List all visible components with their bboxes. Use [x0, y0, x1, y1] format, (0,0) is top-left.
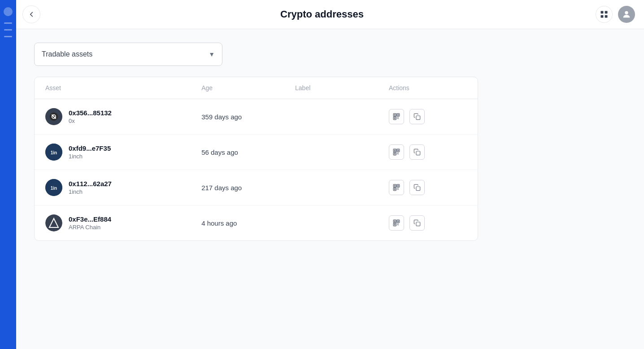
- sidebar-indicator: [4, 7, 13, 16]
- crypto-icon-0x: [49, 112, 59, 122]
- svg-rect-23: [394, 150, 396, 151]
- asset-info-3: 0x112...62a27 1inch: [69, 180, 112, 195]
- svg-rect-30: [397, 154, 398, 155]
- asset-cell-3: 1in 0x112...62a27 1inch: [45, 179, 201, 196]
- copy-button-3[interactable]: [409, 180, 425, 195]
- column-age: Age: [201, 84, 295, 92]
- asset-address-2: 0xfd9...e7F35: [69, 144, 111, 152]
- back-button[interactable]: [22, 5, 40, 23]
- column-actions: Actions: [389, 84, 467, 92]
- asset-cell-4: 0xF3e...Ef884 ARPA Chain: [45, 214, 201, 231]
- header-right: [596, 6, 635, 23]
- sidebar-item-1: [4, 22, 12, 24]
- asset-token-2: 1inch: [69, 153, 111, 160]
- crypto-addresses-table: Asset Age Label Actions 0x356...85132 0x: [34, 77, 478, 241]
- asset-token-1: 0x: [69, 118, 112, 124]
- asset-token-3: 1inch: [69, 188, 112, 195]
- svg-rect-27: [394, 153, 396, 154]
- svg-rect-28: [397, 153, 398, 153]
- crypto-icon-arpa: [45, 214, 62, 231]
- asset-info-1: 0x356...85132 0x: [69, 109, 112, 124]
- age-cell-1: 359 days ago: [201, 113, 295, 121]
- svg-rect-47: [416, 187, 420, 191]
- asset-address-4: 0xF3e...Ef884: [69, 215, 111, 223]
- qr-icon-2: [392, 148, 400, 156]
- qr-button-2[interactable]: [389, 144, 404, 160]
- svg-rect-0: [601, 11, 604, 14]
- filter-container: Tradable assets ▼: [34, 43, 626, 66]
- avatar-icon: [622, 9, 631, 19]
- crypto-icon-1inch-2: 1in: [45, 179, 62, 196]
- sidebar-item-2: [4, 29, 12, 31]
- copy-icon-2: [413, 148, 421, 156]
- svg-rect-39: [397, 185, 399, 187]
- asset-address-3: 0x112...62a27: [69, 180, 112, 188]
- svg-point-48: [45, 214, 62, 231]
- svg-rect-58: [397, 225, 398, 226]
- svg-rect-31: [398, 154, 399, 155]
- qr-button-3[interactable]: [389, 180, 404, 195]
- dropdown-selected-value: Tradable assets: [42, 50, 92, 58]
- svg-rect-2: [601, 15, 604, 18]
- copy-button-1[interactable]: [409, 109, 425, 124]
- column-asset: Asset: [45, 84, 201, 92]
- svg-rect-61: [416, 222, 420, 226]
- asset-cell-1: 0x356...85132 0x: [45, 108, 201, 125]
- age-cell-4: 4 hours ago: [201, 219, 295, 227]
- user-avatar[interactable]: [618, 6, 635, 23]
- asset-icon-2: 1in: [45, 144, 62, 161]
- svg-rect-59: [398, 225, 399, 226]
- table-row: 1in 0x112...62a27 1inch 217 days ago: [35, 170, 478, 205]
- qr-button-4[interactable]: [389, 215, 404, 231]
- dropdown-arrow-icon: ▼: [209, 51, 215, 58]
- svg-text:1in: 1in: [51, 150, 57, 155]
- svg-rect-37: [394, 185, 396, 187]
- copy-button-4[interactable]: [409, 215, 425, 231]
- header: Crypto addresses: [0, 0, 644, 29]
- svg-rect-1: [605, 11, 608, 14]
- age-cell-2: 56 days ago: [201, 148, 295, 156]
- svg-rect-19: [416, 116, 420, 120]
- page-title: Crypto addresses: [280, 9, 364, 20]
- qr-icon-3: [392, 183, 400, 192]
- svg-rect-42: [397, 188, 398, 189]
- header-left: [22, 5, 40, 23]
- svg-rect-53: [397, 221, 399, 222]
- asset-info-2: 0xfd9...e7F35 1inch: [69, 144, 111, 160]
- svg-rect-11: [397, 114, 399, 116]
- svg-rect-41: [394, 188, 396, 190]
- svg-rect-33: [416, 151, 420, 155]
- svg-rect-18: [397, 118, 398, 118]
- svg-rect-46: [397, 188, 398, 189]
- svg-rect-14: [397, 117, 398, 118]
- asset-icon-1: [45, 108, 62, 125]
- age-cell-3: 217 days ago: [201, 184, 295, 192]
- svg-rect-9: [394, 114, 396, 116]
- asset-info-4: 0xF3e...Ef884 ARPA Chain: [69, 215, 111, 231]
- svg-rect-25: [397, 150, 399, 151]
- grid-menu-button[interactable]: [596, 6, 613, 23]
- column-label: Label: [295, 84, 389, 92]
- svg-rect-60: [397, 224, 398, 225]
- svg-rect-57: [398, 223, 399, 224]
- svg-rect-17: [398, 118, 399, 119]
- qr-button-1[interactable]: [389, 109, 404, 124]
- table-row: 0x356...85132 0x 359 days ago: [35, 99, 478, 135]
- crypto-icon-1inch-1: 1in: [45, 144, 62, 161]
- svg-rect-3: [605, 15, 608, 18]
- svg-rect-45: [398, 189, 399, 190]
- svg-text:1in: 1in: [51, 186, 57, 191]
- sidebar: [0, 0, 16, 349]
- copy-icon-4: [413, 219, 421, 227]
- asset-icon-3: 1in: [45, 179, 62, 196]
- actions-cell-4: [389, 215, 467, 231]
- table-row: 0xF3e...Ef884 ARPA Chain 4 hours ago: [35, 205, 478, 240]
- back-icon: [27, 10, 35, 18]
- table-header: Asset Age Label Actions: [35, 77, 478, 99]
- grid-icon: [600, 10, 609, 19]
- svg-rect-13: [394, 118, 396, 119]
- asset-token-4: ARPA Chain: [69, 224, 111, 231]
- svg-point-4: [625, 11, 628, 14]
- asset-filter-dropdown[interactable]: Tradable assets ▼: [34, 43, 222, 66]
- copy-button-2[interactable]: [409, 144, 425, 160]
